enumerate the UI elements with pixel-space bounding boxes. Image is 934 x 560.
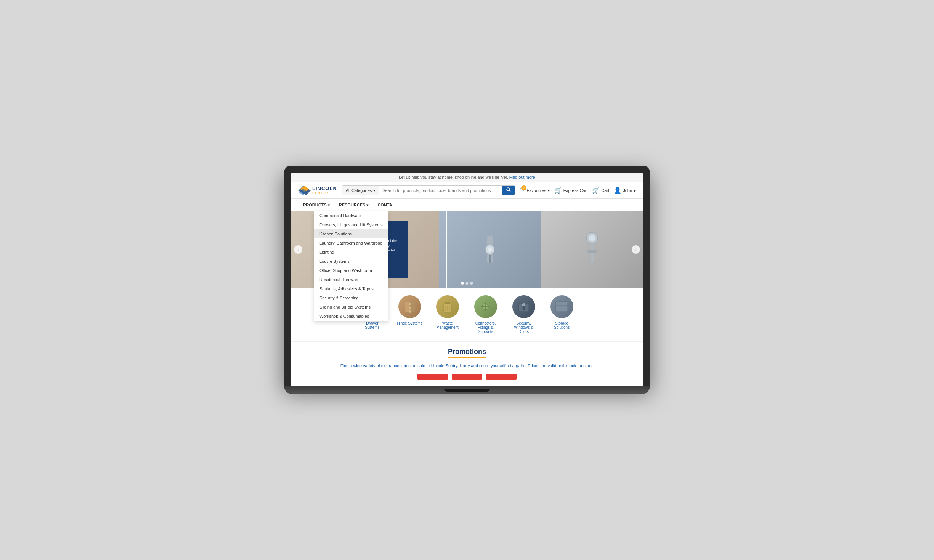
nav-products[interactable]: PRODUCTS	[298, 199, 334, 211]
screen: Let us help you stay at home, shop onlin…	[291, 173, 643, 386]
hero-right	[439, 211, 643, 288]
svg-point-3	[507, 188, 510, 191]
dropdown-item-4[interactable]: Lighting	[314, 248, 388, 257]
category-select[interactable]: All Categories	[342, 186, 379, 195]
dropdown-item-2[interactable]: Kitchen Solutions	[314, 229, 388, 238]
nav-resources[interactable]: RESOURCES	[334, 199, 373, 211]
favourites-label: Favourites	[526, 188, 546, 193]
announcement-link[interactable]: Find out more	[509, 175, 535, 179]
cart-action[interactable]: 🛒 Cart	[592, 187, 609, 194]
promo-card-1[interactable]	[417, 374, 448, 380]
svg-point-21	[409, 310, 411, 313]
laptop-notch	[444, 389, 490, 392]
svg-point-20	[409, 307, 411, 309]
promo-card-3[interactable]	[486, 374, 517, 380]
category-circle-4	[512, 295, 535, 318]
logo-sub: SENTRY	[312, 192, 337, 195]
nav-contact[interactable]: CONTA...	[373, 199, 400, 211]
express-cart-label: Express Cart	[563, 188, 588, 193]
favourites-chevron-icon	[548, 188, 550, 193]
svg-point-31	[522, 303, 525, 306]
express-cart-icon: 🛒	[554, 187, 562, 194]
laptop-wrapper: Let us help you stay at home, shop onlin…	[284, 166, 650, 394]
dropdown-item-9[interactable]: Security & Screening	[314, 293, 388, 302]
logo-main: LINCOLN	[312, 186, 337, 191]
category-label-0: Drawer Systems	[359, 321, 385, 330]
dropdown-item-7[interactable]: Residential Hardware	[314, 275, 388, 284]
nav-products-label: PRODUCTS	[303, 203, 327, 207]
header-actions: ♡ 2 Favourites 🛒 Express Cart 🛒 Cart	[520, 187, 636, 194]
svg-rect-11	[591, 243, 594, 262]
nav-resources-label: RESOURCES	[339, 203, 366, 207]
nav-resources-chevron-icon	[366, 203, 368, 207]
category-item-2[interactable]: Waste Management	[434, 295, 461, 334]
user-chevron-icon	[634, 188, 636, 193]
hero-dot-2[interactable]	[466, 282, 469, 285]
dropdown-item-6[interactable]: Office, Shop and Washroom	[314, 266, 388, 275]
search-input[interactable]	[379, 186, 502, 195]
category-item-5[interactable]: Storage Solutions	[549, 295, 575, 334]
dropdown-item-0[interactable]: Commercial Hardware	[314, 211, 388, 220]
category-label-2: Waste Management	[434, 321, 461, 330]
category-circle-2	[436, 295, 459, 318]
chevron-down-icon	[373, 188, 375, 193]
hero-prev-button[interactable]: ‹	[294, 245, 302, 254]
laptop-base	[284, 386, 650, 394]
header: LINCOLN SENTRY All Categories	[291, 182, 643, 199]
svg-rect-23	[445, 302, 450, 304]
cart-label: Cart	[601, 188, 609, 193]
express-cart-action[interactable]: 🛒 Express Cart	[554, 187, 588, 194]
category-circle-3	[474, 295, 497, 318]
dropdown-item-10[interactable]: Sliding and BiFold Systems	[314, 302, 388, 312]
svg-point-19	[409, 303, 411, 305]
promotions-subtitle: Find a wide variety of clearance items o…	[298, 363, 636, 369]
svg-line-4	[509, 190, 510, 192]
search-area: All Categories	[342, 185, 515, 195]
svg-point-10	[589, 235, 595, 241]
hero-divider	[446, 211, 447, 288]
category-item-4[interactable]: Security, Windows & Doors	[510, 295, 537, 334]
hero-dot-3[interactable]	[470, 282, 473, 285]
announcement-bar: Let us help you stay at home, shop onlin…	[291, 173, 643, 182]
category-label-5: Storage Solutions	[549, 321, 575, 330]
category-item-1[interactable]: Hinge Systems	[397, 295, 422, 334]
dropdown-item-3[interactable]: Laundry, Bathroom and Wardrobe	[314, 238, 388, 248]
svg-point-7	[488, 247, 492, 252]
hero-dot-1[interactable]	[461, 282, 464, 285]
svg-rect-8	[489, 255, 491, 263]
promo-card-2[interactable]	[452, 374, 482, 380]
nav-products-chevron-icon	[328, 203, 330, 207]
promotions-section: Promotions Find a wide variety of cleara…	[291, 342, 643, 386]
category-circle-1	[398, 295, 421, 318]
cart-icon: 🛒	[592, 187, 600, 194]
dropdown-item-11[interactable]: Workshop & Consumables	[314, 312, 388, 321]
laptop-frame: Let us help you stay at home, shop onlin…	[284, 166, 650, 386]
category-item-3[interactable]: Connectors, Fittings & Supports	[472, 295, 499, 334]
svg-rect-12	[587, 250, 597, 253]
category-label-4: Security, Windows & Doors	[510, 321, 537, 334]
user-action[interactable]: 👤 John	[614, 187, 636, 194]
dropdown-item-8[interactable]: Sealants, Adhesives & Tapes	[314, 284, 388, 293]
dropdown-item-5[interactable]: Louvre Systems	[314, 257, 388, 266]
hero-next-button[interactable]: ›	[632, 245, 640, 254]
category-label-3: Connectors, Fittings & Supports	[472, 321, 499, 334]
svg-rect-32	[523, 306, 525, 310]
favourites-action[interactable]: ♡ 2 Favourites	[520, 187, 549, 194]
door-handle-icon	[577, 227, 607, 272]
nav-bar: PRODUCTS RESOURCES CONTA... Commercial H…	[291, 199, 643, 211]
search-button[interactable]	[502, 186, 515, 195]
logo[interactable]: LINCOLN SENTRY	[298, 186, 337, 195]
door-lock-icon	[477, 229, 503, 270]
user-name: John	[623, 188, 632, 193]
category-circle-5	[550, 295, 573, 318]
category-label-1: Hinge Systems	[397, 321, 422, 325]
user-icon: 👤	[614, 187, 621, 194]
promo-cards	[298, 374, 636, 380]
logo-icon	[298, 186, 311, 195]
nav-contact-label: CONTA...	[377, 203, 395, 207]
favourites-badge: 2	[521, 185, 526, 190]
hero-image-left	[439, 211, 541, 288]
announcement-text: Let us help you stay at home, shop onlin…	[399, 175, 508, 179]
dropdown-item-1[interactable]: Drawers, Hinges and Lift Systems	[314, 220, 388, 229]
category-select-label: All Categories	[346, 188, 372, 193]
